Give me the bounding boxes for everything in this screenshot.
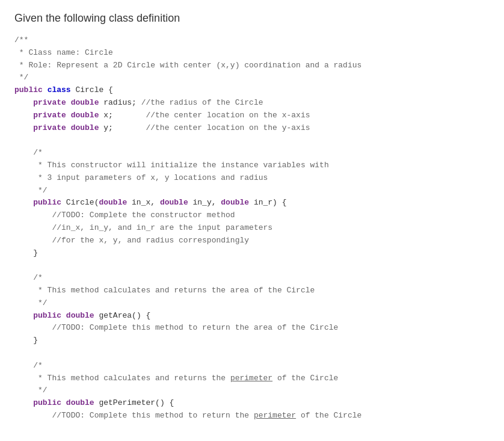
code-line: */ — [14, 384, 490, 397]
code-line: //TODO: Complete the constructor method — [14, 209, 490, 222]
code-line: /* — [14, 360, 490, 372]
code-line: */ — [14, 185, 490, 197]
code-line: * Role: Represent a 2D Circle with cente… — [14, 60, 490, 72]
code-line: private double y; //the center location … — [14, 122, 490, 135]
code-line: private double x; //the center location … — [14, 109, 490, 122]
code-line: * This method calculates and returns the… — [14, 285, 490, 297]
code-line: * This constructor will initialize the i… — [14, 159, 490, 172]
code-block: /** * Class name: Circle * Role: Represe… — [14, 34, 490, 422]
code-line: } — [14, 247, 490, 260]
code-line: * Class name: Circle — [14, 47, 490, 60]
code-line — [14, 134, 490, 147]
code-line: */ — [14, 72, 490, 84]
code-line: public double getArea() { — [14, 310, 490, 322]
code-line: * 3 input parameters of x, y locations a… — [14, 172, 490, 185]
code-line: //TODO: Complete this method to return t… — [14, 322, 490, 335]
page-title: Given the following class definition — [14, 12, 490, 25]
code-line: //TODO: Complete this method to return t… — [14, 410, 490, 422]
code-line — [14, 347, 490, 360]
code-line: /* — [14, 147, 490, 159]
code-line: public class Circle { — [14, 84, 490, 97]
code-line — [14, 259, 490, 272]
code-line: public Circle(double in_x, double in_y, … — [14, 197, 490, 209]
code-line: public double getPerimeter() { — [14, 397, 490, 410]
code-line: */ — [14, 297, 490, 310]
code-line: /** — [14, 34, 490, 47]
code-line: private double radius; //the radius of t… — [14, 97, 490, 109]
code-line: /* — [14, 272, 490, 285]
code-line: * This method calculates and returns the… — [14, 372, 490, 385]
code-line: //in_x, in_y, and in_r are the input par… — [14, 222, 490, 235]
code-line: } — [14, 335, 490, 347]
code-line: //for the x, y, and radius corresponding… — [14, 235, 490, 247]
